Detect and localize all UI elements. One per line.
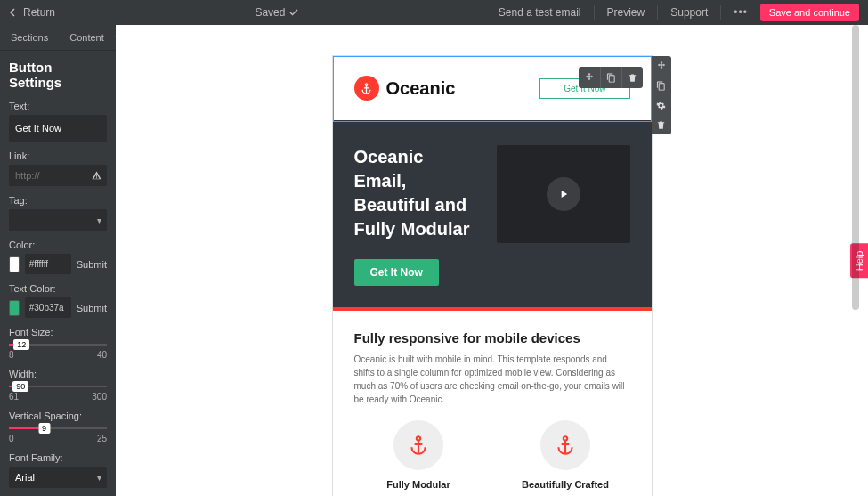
preview-link[interactable]: Preview — [607, 6, 645, 19]
email-preview[interactable]: Oceanic Get It Now Oceanic Email, Beauti… — [332, 55, 653, 496]
sidebar: Sections Content Button Settings Text: L… — [0, 25, 116, 496]
warning-icon — [92, 171, 101, 181]
return-button[interactable]: Return — [9, 6, 55, 19]
textcolor-label: Text Color: — [9, 283, 107, 294]
fontfam-label: Font Family: — [9, 452, 107, 463]
check-icon — [289, 9, 298, 16]
divider — [720, 5, 721, 20]
features-module[interactable]: Fully responsive for mobile devices Ocea… — [333, 311, 652, 496]
hero-cta-button[interactable]: Get It Now — [354, 259, 439, 286]
color-label: Color: — [9, 240, 107, 250]
copy-icon[interactable] — [600, 67, 621, 88]
vspace-label: Vertical Spacing: — [9, 411, 107, 421]
brand-name: Oceanic — [386, 78, 456, 99]
tag-label: Tag: — [9, 195, 107, 206]
email-header-module[interactable]: Oceanic Get It Now — [333, 56, 652, 120]
scroll-thumb[interactable] — [852, 25, 859, 310]
fontsize-slider[interactable]: 12 840 — [9, 341, 107, 360]
hero-module[interactable]: Oceanic Email, Beautiful and Fully Modul… — [333, 120, 652, 307]
arrow-left-icon — [9, 8, 18, 17]
save-and-continue-button[interactable]: Save and continue — [760, 4, 859, 21]
scrollbar[interactable] — [852, 25, 859, 496]
return-label: Return — [23, 6, 55, 19]
tag-select[interactable] — [9, 209, 107, 231]
anchor-icon — [360, 82, 373, 95]
panel-title: Button Settings — [9, 60, 107, 90]
text-label: Text: — [9, 101, 107, 111]
support-link[interactable]: Support — [670, 6, 708, 19]
gear-icon[interactable] — [652, 95, 671, 115]
anchor-icon — [540, 420, 590, 470]
divider — [657, 5, 658, 20]
send-test-email-link[interactable]: Send a test email — [499, 6, 581, 19]
divider — [594, 5, 595, 20]
copy-icon[interactable] — [652, 76, 671, 95]
section-description: Oceanic is built with mobile in mind. Th… — [354, 353, 630, 406]
brand: Oceanic — [354, 76, 456, 101]
section-title: Fully responsive for mobile devices — [354, 330, 630, 346]
feature-title: Fully Modular — [354, 479, 483, 490]
trash-icon[interactable] — [652, 115, 671, 134]
play-icon — [547, 177, 580, 211]
feature-item: Beautifully Crafted Battle tested in Lit… — [501, 420, 630, 496]
feature-item: Fully Modular Oceanic is built on a modu… — [354, 420, 483, 496]
tab-sections[interactable]: Sections — [5, 28, 53, 46]
trash-icon[interactable] — [621, 67, 643, 88]
move-icon[interactable] — [652, 56, 671, 76]
color-swatch[interactable] — [9, 256, 20, 272]
color-submit-button[interactable]: Submit — [77, 259, 107, 270]
button-text-input[interactable] — [9, 115, 107, 142]
move-icon[interactable] — [579, 67, 600, 88]
textcolor-hex-input[interactable] — [25, 297, 71, 318]
module-inline-toolbar — [579, 67, 643, 88]
hero-title: Oceanic Email, Beautiful and Fully Modul… — [354, 145, 481, 241]
color-hex-input[interactable] — [25, 254, 71, 274]
width-slider[interactable]: 90 61300 — [9, 383, 107, 402]
editor-canvas[interactable]: Oceanic Get It Now Oceanic Email, Beauti… — [116, 25, 868, 496]
vspace-slider[interactable]: 9 025 — [9, 425, 107, 443]
module-side-toolbar — [652, 56, 671, 134]
fontsize-label: Font Size: — [9, 327, 107, 337]
video-placeholder[interactable] — [497, 145, 630, 243]
saved-indicator: Saved — [255, 6, 298, 19]
width-label: Width: — [9, 369, 107, 379]
tab-content[interactable]: Content — [64, 28, 110, 46]
anchor-icon — [393, 420, 443, 470]
top-bar: Return Saved Send a test email Preview S… — [0, 0, 868, 25]
feature-title: Beautifully Crafted — [501, 479, 630, 490]
more-menu[interactable]: ••• — [734, 6, 748, 19]
textcolor-swatch[interactable] — [9, 300, 20, 316]
link-label: Link: — [9, 150, 107, 161]
fontfamily-select[interactable]: Arial — [9, 467, 107, 488]
textcolor-submit-button[interactable]: Submit — [77, 303, 107, 313]
brand-logo — [354, 76, 379, 101]
